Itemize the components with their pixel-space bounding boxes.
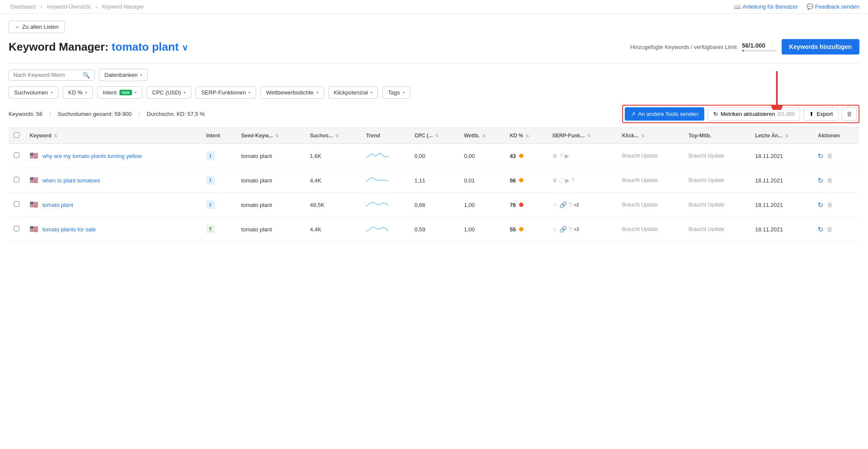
serp-feature-icon: ? bbox=[572, 177, 575, 184]
breadcrumb-overview[interactable]: Keyword-Übersicht bbox=[47, 4, 90, 10]
serp-plus: +3 bbox=[574, 227, 579, 232]
intent-new-badge: new bbox=[119, 90, 132, 95]
sort-icon: ⇅ bbox=[335, 133, 339, 138]
filter-wettbewerbs[interactable]: Wettbewerbsdichte ▾ bbox=[260, 86, 324, 99]
chevron-down-icon: ▾ bbox=[248, 90, 251, 95]
row-refresh-icon[interactable]: ↻ bbox=[818, 201, 823, 209]
trash-icon: 🗑 bbox=[847, 111, 852, 117]
klick-cell: Braucht Update bbox=[617, 144, 684, 168]
kd-cell: 56 bbox=[504, 168, 547, 193]
select-all-checkbox[interactable] bbox=[14, 132, 19, 138]
intent-badge: T bbox=[206, 225, 215, 234]
export-button[interactable]: ⬆ Export bbox=[804, 107, 838, 121]
filter-datenbanken[interactable]: Datenbanken ▾ bbox=[99, 69, 148, 81]
seed-cell: tomato plant bbox=[236, 217, 305, 242]
intent-cell: I bbox=[201, 168, 236, 193]
stats: Keywords: 56 | Suchvolumen gesamt: 59.90… bbox=[9, 111, 205, 117]
help-link[interactable]: 📖 Anleitung für Benutzer bbox=[734, 3, 798, 10]
keyword-cell: 🇺🇸 tomato plant bbox=[24, 193, 201, 217]
cpc-cell: 0,00 bbox=[409, 144, 458, 168]
filter-serp[interactable]: SERP-Funktionen ▾ bbox=[196, 86, 256, 99]
row-checkbox-cell bbox=[9, 144, 24, 168]
serp-feature-icon: ▶ bbox=[565, 152, 569, 159]
filter-cpc[interactable]: CPC (USD) ▾ bbox=[147, 86, 191, 99]
send-to-tools-button[interactable]: ↗ An andere Tools senden bbox=[625, 107, 704, 121]
keyword-link[interactable]: tomato plant bbox=[43, 202, 73, 208]
serp-feature-icon: ? bbox=[568, 201, 572, 208]
row-delete-icon[interactable]: 🗑 bbox=[827, 226, 833, 233]
keyword-cell: 🇺🇸 why are my tomato plants turning yell… bbox=[24, 144, 201, 168]
serp-feature-icon: ? bbox=[559, 152, 563, 159]
filter-suchvolumen[interactable]: Suchvolumen ▾ bbox=[9, 86, 58, 99]
back-button[interactable]: ← Zu allen Listen bbox=[9, 21, 65, 33]
filter-kd[interactable]: KD % ▾ bbox=[63, 86, 93, 99]
row-action-group: ↻ 🗑 bbox=[818, 176, 854, 185]
sort-icon: ⇅ bbox=[54, 133, 57, 138]
kd-dot bbox=[519, 227, 523, 231]
breadcrumb-manager: Keyword Manager bbox=[102, 4, 144, 10]
table-body: 🇺🇸 why are my tomato plants turning yell… bbox=[9, 144, 859, 242]
intent-cell: I bbox=[201, 144, 236, 168]
sort-icon: ⇅ bbox=[587, 133, 590, 138]
row-checkbox[interactable] bbox=[14, 152, 19, 158]
keyword-link[interactable]: tomato plants for sale bbox=[43, 226, 96, 233]
keyword-link[interactable]: when to plant tomatoes bbox=[43, 177, 100, 184]
intent-badge: I bbox=[206, 176, 215, 185]
refresh-icon: ↻ bbox=[713, 111, 718, 117]
filter-klick[interactable]: Klickpotenzial ▾ bbox=[328, 86, 379, 99]
col-kd: KD % ⇅ bbox=[504, 128, 547, 144]
row-refresh-icon[interactable]: ↻ bbox=[818, 176, 823, 185]
row-checkbox[interactable] bbox=[14, 201, 19, 207]
search-input[interactable] bbox=[13, 72, 83, 78]
row-refresh-icon[interactable]: ↻ bbox=[818, 152, 823, 160]
volume-cell: 4,4K bbox=[305, 168, 361, 193]
chevron-down-icon: ▾ bbox=[183, 90, 186, 95]
kd-value: 43 bbox=[510, 153, 516, 159]
seed-cell: tomato plant bbox=[236, 193, 305, 217]
kd-cell: 43 bbox=[504, 144, 547, 168]
filter-tags[interactable]: Tags ▾ bbox=[382, 86, 410, 99]
aktionen-cell: ↻ 🗑 bbox=[813, 193, 859, 217]
volume-cell: 1,6K bbox=[305, 144, 361, 168]
col-top-mitb: Top-Mitb. bbox=[683, 128, 750, 144]
trend-cell bbox=[361, 193, 409, 217]
delete-button[interactable]: 🗑 bbox=[842, 107, 857, 121]
filter-intent[interactable]: Intent new ▾ bbox=[97, 86, 142, 99]
row-action-group: ↻ 🗑 bbox=[818, 201, 854, 209]
chat-icon: 💬 bbox=[807, 3, 813, 10]
flag-icon: 🇺🇸 bbox=[30, 176, 38, 184]
keyword-link[interactable]: why are my tomato plants turning yellow bbox=[43, 153, 142, 159]
col-wettb: Wettb. ⇅ bbox=[459, 128, 504, 144]
breadcrumb-dashboard[interactable]: Dashboard bbox=[10, 4, 36, 10]
title-row: Keyword Manager: tomato plant ∨ Hinzugef… bbox=[9, 39, 859, 55]
row-checkbox[interactable] bbox=[14, 177, 19, 182]
top-mitb-cell: Braucht Update bbox=[683, 144, 750, 168]
breadcrumb: Dashboard › Keyword-Übersicht › Keyword … bbox=[9, 4, 146, 10]
row-delete-icon[interactable]: 🗑 bbox=[827, 177, 833, 184]
limit-bar-fill bbox=[742, 50, 744, 52]
col-aktionen: Aktionen bbox=[813, 128, 859, 144]
letzte-cell: 18.11.2021 bbox=[750, 217, 813, 242]
row-refresh-icon[interactable]: ↻ bbox=[818, 225, 823, 234]
aktionen-cell: ↻ 🗑 bbox=[813, 217, 859, 242]
book-icon: 📖 bbox=[734, 3, 741, 10]
sort-icon: ⇅ bbox=[641, 133, 645, 138]
feedback-link[interactable]: 💬 Feedback senden bbox=[807, 3, 859, 10]
keyword-cell: 🇺🇸 when to plant tomatoes bbox=[24, 168, 201, 193]
flag-icon: 🇺🇸 bbox=[30, 225, 38, 233]
row-delete-icon[interactable]: 🗑 bbox=[827, 201, 833, 208]
filter-row-2: Suchvolumen ▾ KD % ▾ Intent new ▾ CPC (U… bbox=[9, 86, 859, 99]
title-dropdown-chevron[interactable]: ∨ bbox=[182, 43, 188, 52]
row-checkbox-cell bbox=[9, 193, 24, 217]
volume-cell: 49,5K bbox=[305, 193, 361, 217]
seed-cell: tomato plant bbox=[236, 168, 305, 193]
update-metrics-button[interactable]: ↻ Metriken aktualisieren 0/1.000 bbox=[708, 107, 801, 121]
row-checkbox[interactable] bbox=[14, 226, 19, 231]
add-keywords-button[interactable]: Keywords hinzufügen bbox=[782, 39, 859, 55]
seed-cell: tomato plant bbox=[236, 144, 305, 168]
col-trend: Trend bbox=[361, 128, 409, 144]
row-delete-icon[interactable]: 🗑 bbox=[827, 152, 833, 159]
intent-badge: I bbox=[206, 200, 215, 209]
serp-feature-icon: ▶ bbox=[565, 177, 570, 184]
limit-bar bbox=[742, 50, 776, 52]
